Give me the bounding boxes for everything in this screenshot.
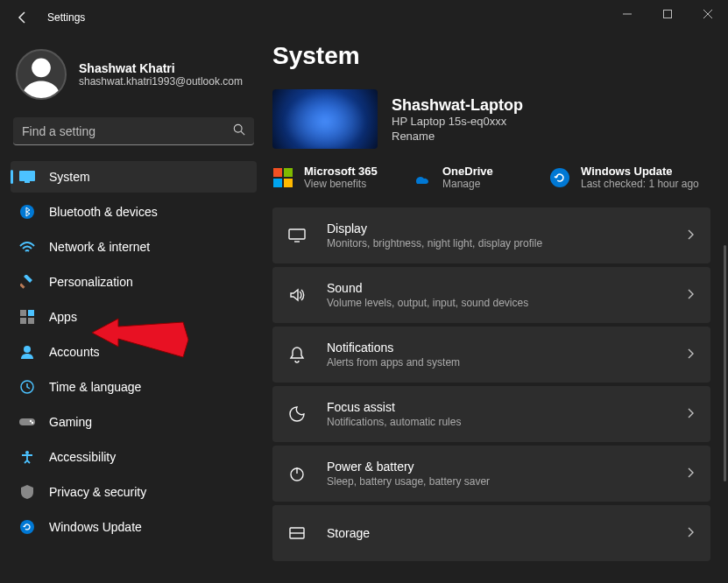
sidebar-item-system[interactable]: System (11, 161, 257, 193)
settings-row-sound[interactable]: SoundVolume levels, output, input, sound… (272, 267, 710, 323)
accessibility-icon (19, 449, 35, 465)
sound-icon (288, 287, 306, 303)
quick-card-update[interactable]: Windows UpdateLast checked: 1 hour ago (549, 165, 699, 190)
sidebar-item-label: Windows Update (49, 520, 142, 534)
svg-point-21 (25, 451, 29, 454)
sidebar-item-accessibility[interactable]: Accessibility (11, 441, 257, 473)
sidebar-item-label: Bluetooth & devices (49, 205, 158, 219)
scrollbar[interactable] (724, 245, 726, 481)
chevron-right-icon (688, 467, 695, 481)
sidebar-item-time[interactable]: Time & language (11, 371, 257, 403)
storage-icon (288, 527, 306, 539)
sidebar-item-apps[interactable]: Apps (11, 301, 257, 333)
onedrive-icon (411, 167, 432, 188)
window-title: Settings (47, 11, 85, 24)
svg-point-23 (550, 168, 569, 187)
update-icon (549, 167, 570, 188)
system-icon (19, 169, 35, 185)
focus-icon (288, 406, 306, 422)
svg-rect-10 (20, 283, 25, 288)
sidebar-item-label: Network & internet (49, 240, 150, 254)
quick-card-m365[interactable]: Microsoft 365View benefits (272, 165, 404, 190)
settings-row-notifications[interactable]: NotificationsAlerts from apps and system (272, 327, 710, 383)
sidebar-item-network[interactable]: Network & internet (11, 231, 257, 263)
maximize-button[interactable] (647, 0, 688, 28)
rename-link[interactable]: Rename (392, 130, 523, 143)
gaming-icon (19, 414, 35, 430)
svg-rect-11 (24, 275, 32, 283)
chevron-right-icon (688, 348, 695, 362)
device-wallpaper-thumb (272, 89, 378, 149)
row-sub: Alerts from apps and system (327, 356, 688, 369)
quick-title: Microsoft 365 (304, 165, 378, 178)
row-sub: Notifications, automatic rules (327, 416, 688, 428)
sidebar-item-update[interactable]: Windows Update (11, 511, 257, 543)
chevron-right-icon (688, 407, 695, 421)
sidebar-item-label: Accounts (49, 345, 100, 359)
back-button[interactable] (16, 11, 30, 25)
svg-rect-13 (28, 310, 34, 316)
time-icon (19, 379, 35, 395)
m365-icon (272, 167, 293, 188)
row-title: Focus assist (327, 400, 688, 414)
sidebar-item-label: Time & language (49, 380, 141, 394)
profile-name: Shashwat Khatri (79, 61, 243, 75)
settings-row-focus[interactable]: Focus assistNotifications, automatic rul… (272, 386, 710, 442)
row-sub: Volume levels, output, input, sound devi… (327, 297, 688, 309)
sidebar-item-bluetooth[interactable]: Bluetooth & devices (11, 196, 257, 228)
settings-row-power[interactable]: Power & batterySleep, battery usage, bat… (272, 446, 710, 502)
sidebar-item-label: Apps (49, 310, 77, 324)
search-box[interactable] (13, 117, 254, 145)
sidebar-item-privacy[interactable]: Privacy & security (11, 476, 257, 508)
sidebar-item-label: Privacy & security (49, 485, 146, 499)
device-model: HP Laptop 15s-eq0xxx (392, 115, 523, 128)
quick-sub: Last checked: 1 hour ago (581, 178, 699, 190)
row-sub: Sleep, battery usage, battery saver (327, 475, 688, 488)
device-name: Shashwat-Laptop (392, 96, 523, 115)
quick-card-onedrive[interactable]: OneDriveManage (411, 165, 542, 190)
svg-rect-14 (20, 318, 26, 324)
svg-point-19 (30, 420, 32, 422)
search-icon (233, 123, 245, 138)
svg-point-22 (20, 520, 34, 534)
row-sub: Monitors, brightness, night light, displ… (327, 237, 688, 249)
quick-sub: Manage (442, 178, 493, 190)
power-icon (288, 466, 306, 481)
sidebar-item-gaming[interactable]: Gaming (11, 406, 257, 438)
svg-point-16 (24, 346, 31, 353)
accounts-icon (19, 344, 35, 360)
svg-point-20 (32, 422, 33, 424)
profile-block[interactable]: Shashwat Khatri shashwat.khatri1993@outl… (11, 35, 257, 117)
settings-row-storage[interactable]: Storage (272, 505, 710, 561)
sidebar-item-label: Gaming (49, 415, 92, 429)
svg-point-4 (32, 59, 51, 78)
quick-sub: View benefits (304, 178, 378, 190)
notifications-icon (288, 346, 306, 363)
svg-rect-8 (25, 181, 30, 183)
row-title: Notifications (327, 341, 688, 355)
svg-rect-1 (664, 11, 672, 18)
bluetooth-icon (19, 204, 35, 220)
minimize-button[interactable] (607, 0, 647, 28)
privacy-icon (19, 484, 35, 500)
svg-rect-7 (19, 171, 35, 181)
chevron-right-icon (688, 288, 695, 302)
svg-point-5 (234, 124, 242, 132)
network-icon (19, 239, 35, 255)
quick-title: OneDrive (442, 165, 493, 178)
close-button[interactable] (688, 0, 728, 28)
settings-row-display[interactable]: DisplayMonitors, brightness, night light… (272, 207, 710, 263)
update-icon (19, 519, 35, 535)
sidebar-item-label: Accessibility (49, 450, 116, 464)
sidebar-item-accounts[interactable]: Accounts (11, 336, 257, 368)
row-title: Sound (327, 281, 688, 295)
row-title: Power & battery (327, 460, 688, 474)
quick-title: Windows Update (581, 165, 699, 178)
row-title: Storage (327, 526, 688, 540)
search-input[interactable] (22, 124, 233, 138)
svg-rect-15 (28, 318, 34, 324)
chevron-right-icon (688, 526, 695, 540)
page-title: System (272, 42, 710, 70)
personalization-icon (19, 274, 35, 290)
sidebar-item-personalization[interactable]: Personalization (11, 266, 257, 298)
